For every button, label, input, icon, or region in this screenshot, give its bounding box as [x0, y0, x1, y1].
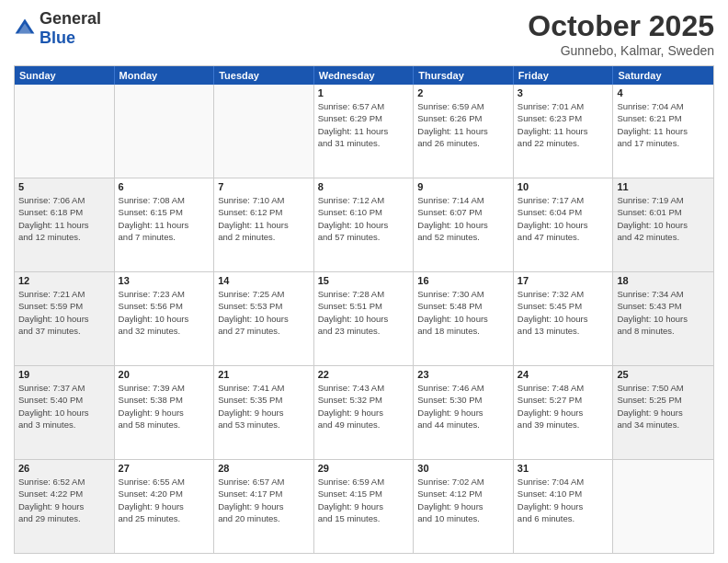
- day-info: Sunrise: 6:59 AM Sunset: 4:15 PM Dayligh…: [318, 476, 410, 524]
- month-title: October 2025: [528, 9, 714, 43]
- day-cell-30: 30Sunrise: 7:02 AM Sunset: 4:12 PM Dayli…: [414, 460, 514, 553]
- day-number: 4: [617, 87, 710, 98]
- day-number: 2: [417, 87, 509, 98]
- logo-blue: Blue: [40, 29, 75, 47]
- day-cell-19: 19Sunrise: 7:37 AM Sunset: 5:40 PM Dayli…: [15, 366, 115, 459]
- day-cell-10: 10Sunrise: 7:17 AM Sunset: 6:04 PM Dayli…: [514, 178, 614, 271]
- day-cell-25: 25Sunrise: 7:50 AM Sunset: 5:25 PM Dayli…: [613, 366, 713, 459]
- day-info: Sunrise: 7:39 AM Sunset: 5:38 PM Dayligh…: [119, 382, 210, 431]
- day-info: Sunrise: 7:37 AM Sunset: 5:40 PM Dayligh…: [18, 382, 110, 431]
- day-cell-21: 21Sunrise: 7:41 AM Sunset: 5:35 PM Dayli…: [214, 366, 314, 459]
- day-number: 31: [518, 463, 609, 474]
- day-info: Sunrise: 7:41 AM Sunset: 5:35 PM Dayligh…: [218, 382, 310, 431]
- day-number: 3: [518, 87, 609, 98]
- day-cell-4: 4Sunrise: 7:04 AM Sunset: 6:21 PM Daylig…: [613, 85, 713, 178]
- day-number: 19: [18, 369, 110, 380]
- day-info: Sunrise: 7:14 AM Sunset: 6:07 PM Dayligh…: [417, 194, 509, 243]
- header-day-monday: Monday: [115, 66, 215, 85]
- subtitle: Gunnebo, Kalmar, Sweden: [528, 43, 714, 58]
- day-cell-3: 3Sunrise: 7:01 AM Sunset: 6:23 PM Daylig…: [514, 85, 614, 178]
- day-number: 17: [518, 275, 609, 286]
- day-info: Sunrise: 7:01 AM Sunset: 6:23 PM Dayligh…: [518, 100, 609, 149]
- header: General Blue October 2025 Gunnebo, Kalma…: [14, 9, 714, 58]
- header-day-saturday: Saturday: [613, 66, 713, 85]
- empty-cell: [115, 85, 215, 178]
- day-cell-12: 12Sunrise: 7:21 AM Sunset: 5:59 PM Dayli…: [15, 272, 115, 365]
- day-number: 7: [218, 181, 310, 192]
- day-number: 26: [18, 463, 110, 474]
- day-info: Sunrise: 7:10 AM Sunset: 6:12 PM Dayligh…: [218, 194, 310, 243]
- day-number: 11: [617, 181, 710, 192]
- day-cell-1: 1Sunrise: 6:57 AM Sunset: 6:29 PM Daylig…: [314, 85, 415, 178]
- week-row-4: 19Sunrise: 7:37 AM Sunset: 5:40 PM Dayli…: [15, 366, 713, 460]
- day-info: Sunrise: 7:23 AM Sunset: 5:56 PM Dayligh…: [119, 288, 210, 337]
- empty-cell: [214, 85, 314, 178]
- day-info: Sunrise: 6:59 AM Sunset: 6:26 PM Dayligh…: [417, 100, 509, 149]
- day-info: Sunrise: 7:34 AM Sunset: 5:43 PM Dayligh…: [617, 288, 710, 337]
- day-cell-27: 27Sunrise: 6:55 AM Sunset: 4:20 PM Dayli…: [115, 460, 215, 553]
- day-number: 5: [18, 181, 110, 192]
- empty-cell: [613, 460, 713, 553]
- calendar-body: 1Sunrise: 6:57 AM Sunset: 6:29 PM Daylig…: [15, 85, 713, 553]
- day-number: 10: [518, 181, 609, 192]
- day-number: 20: [119, 369, 210, 380]
- day-cell-20: 20Sunrise: 7:39 AM Sunset: 5:38 PM Dayli…: [115, 366, 215, 459]
- day-number: 27: [119, 463, 210, 474]
- page: General Blue October 2025 Gunnebo, Kalma…: [0, 0, 728, 563]
- day-info: Sunrise: 7:25 AM Sunset: 5:53 PM Dayligh…: [218, 288, 310, 337]
- day-info: Sunrise: 7:30 AM Sunset: 5:48 PM Dayligh…: [417, 288, 509, 337]
- day-info: Sunrise: 6:57 AM Sunset: 4:17 PM Dayligh…: [218, 476, 310, 524]
- day-info: Sunrise: 7:04 AM Sunset: 6:21 PM Dayligh…: [617, 100, 710, 149]
- day-cell-15: 15Sunrise: 7:28 AM Sunset: 5:51 PM Dayli…: [314, 272, 415, 365]
- day-cell-28: 28Sunrise: 6:57 AM Sunset: 4:17 PM Dayli…: [214, 460, 314, 553]
- day-number: 9: [417, 181, 509, 192]
- calendar: SundayMondayTuesdayWednesdayThursdayFrid…: [14, 65, 714, 554]
- day-cell-31: 31Sunrise: 7:04 AM Sunset: 4:10 PM Dayli…: [514, 460, 614, 553]
- week-row-5: 26Sunrise: 6:52 AM Sunset: 4:22 PM Dayli…: [15, 460, 713, 553]
- title-block: October 2025 Gunnebo, Kalmar, Sweden: [528, 9, 714, 58]
- day-cell-13: 13Sunrise: 7:23 AM Sunset: 5:56 PM Dayli…: [115, 272, 215, 365]
- calendar-header: SundayMondayTuesdayWednesdayThursdayFrid…: [15, 66, 713, 85]
- day-number: 14: [218, 275, 310, 286]
- empty-cell: [15, 85, 115, 178]
- day-info: Sunrise: 7:06 AM Sunset: 6:18 PM Dayligh…: [18, 194, 110, 243]
- day-cell-29: 29Sunrise: 6:59 AM Sunset: 4:15 PM Dayli…: [314, 460, 415, 553]
- day-info: Sunrise: 6:55 AM Sunset: 4:20 PM Dayligh…: [119, 476, 210, 524]
- header-day-sunday: Sunday: [15, 66, 115, 85]
- day-info: Sunrise: 6:52 AM Sunset: 4:22 PM Dayligh…: [18, 476, 110, 524]
- day-info: Sunrise: 7:04 AM Sunset: 4:10 PM Dayligh…: [518, 476, 609, 524]
- week-row-3: 12Sunrise: 7:21 AM Sunset: 5:59 PM Dayli…: [15, 272, 713, 366]
- day-cell-6: 6Sunrise: 7:08 AM Sunset: 6:15 PM Daylig…: [115, 178, 215, 271]
- day-number: 21: [218, 369, 310, 380]
- day-cell-5: 5Sunrise: 7:06 AM Sunset: 6:18 PM Daylig…: [15, 178, 115, 271]
- day-info: Sunrise: 7:43 AM Sunset: 5:32 PM Dayligh…: [318, 382, 410, 431]
- day-number: 8: [318, 181, 410, 192]
- day-number: 28: [218, 463, 310, 474]
- day-number: 30: [417, 463, 509, 474]
- logo-general: General: [40, 9, 101, 28]
- day-info: Sunrise: 7:50 AM Sunset: 5:25 PM Dayligh…: [617, 382, 710, 431]
- day-info: Sunrise: 7:02 AM Sunset: 4:12 PM Dayligh…: [417, 476, 509, 524]
- day-info: Sunrise: 6:57 AM Sunset: 6:29 PM Dayligh…: [318, 100, 410, 149]
- day-number: 29: [318, 463, 410, 474]
- day-number: 22: [318, 369, 410, 380]
- day-cell-7: 7Sunrise: 7:10 AM Sunset: 6:12 PM Daylig…: [214, 178, 314, 271]
- day-number: 15: [318, 275, 410, 286]
- day-info: Sunrise: 7:12 AM Sunset: 6:10 PM Dayligh…: [318, 194, 410, 243]
- day-cell-23: 23Sunrise: 7:46 AM Sunset: 5:30 PM Dayli…: [414, 366, 514, 459]
- day-info: Sunrise: 7:32 AM Sunset: 5:45 PM Dayligh…: [518, 288, 609, 337]
- day-number: 12: [18, 275, 110, 286]
- header-day-wednesday: Wednesday: [314, 66, 415, 85]
- day-cell-2: 2Sunrise: 6:59 AM Sunset: 6:26 PM Daylig…: [414, 85, 514, 178]
- day-info: Sunrise: 7:46 AM Sunset: 5:30 PM Dayligh…: [417, 382, 509, 431]
- day-cell-8: 8Sunrise: 7:12 AM Sunset: 6:10 PM Daylig…: [314, 178, 415, 271]
- day-cell-26: 26Sunrise: 6:52 AM Sunset: 4:22 PM Dayli…: [15, 460, 115, 553]
- header-day-thursday: Thursday: [414, 66, 514, 85]
- day-cell-17: 17Sunrise: 7:32 AM Sunset: 5:45 PM Dayli…: [514, 272, 614, 365]
- day-number: 6: [119, 181, 210, 192]
- day-cell-16: 16Sunrise: 7:30 AM Sunset: 5:48 PM Dayli…: [414, 272, 514, 365]
- header-day-tuesday: Tuesday: [214, 66, 314, 85]
- day-number: 13: [119, 275, 210, 286]
- day-number: 16: [417, 275, 509, 286]
- day-number: 25: [617, 369, 710, 380]
